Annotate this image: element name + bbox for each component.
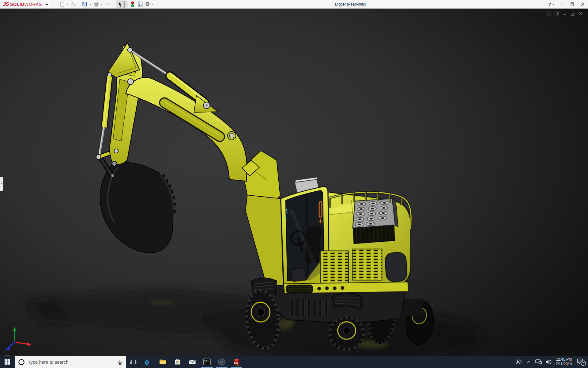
edge-icon: e <box>144 358 152 366</box>
hexagon-app-icon <box>218 358 226 366</box>
volume-button[interactable] <box>543 356 553 368</box>
taskbar-item-mail[interactable] <box>185 356 200 368</box>
new-document-button[interactable] <box>58 1 66 8</box>
save-caret[interactable]: ▾ <box>89 3 92 6</box>
action-center-icon: 2 <box>576 358 586 366</box>
orientation-triad <box>2 326 36 354</box>
quick-access-toolbar: ▾ ▾ ▾ ▾ ▾ ▾ <box>58 1 154 8</box>
close-icon <box>581 2 585 6</box>
network-icon <box>535 358 542 366</box>
microphone-icon[interactable] <box>117 359 123 365</box>
print-caret[interactable]: ▾ <box>100 3 103 6</box>
tray-expand-button[interactable] <box>524 356 533 368</box>
options-button[interactable]: ⚙ <box>145 1 150 8</box>
close-document-icon <box>579 11 583 16</box>
restore-document-button[interactable] <box>570 11 576 16</box>
select-tool-group: ▾ <box>116 1 128 8</box>
pane-right-button[interactable] <box>554 11 560 16</box>
document-window-controls <box>546 11 584 16</box>
taskbar-item-hexagon-app[interactable] <box>214 356 229 368</box>
excavator-model <box>0 8 588 368</box>
taskbar-item-solidworks[interactable]: SW2017 <box>229 356 244 368</box>
toolbar-flyout-arrow[interactable]: ▶ <box>44 0 50 8</box>
restore-document-icon <box>571 11 575 16</box>
action-center-button[interactable]: 2 <box>575 356 588 368</box>
file-properties-button[interactable] <box>137 1 144 8</box>
close-button[interactable] <box>578 0 588 8</box>
brand-text: SOLIDWORKS <box>10 2 42 7</box>
svg-text:2017: 2017 <box>236 364 241 366</box>
side-grille-right <box>353 249 382 280</box>
undo-caret[interactable]: ▾ <box>111 3 115 6</box>
screen: 3S SOLIDWORKS ▶ ▾ ▾ ▾ ▾ ▾ <box>0 0 588 368</box>
taskbar-item-file-explorer[interactable] <box>156 356 170 368</box>
solidworks-logo-icon: 3S <box>3 1 9 7</box>
titlebar: 3S SOLIDWORKS ▶ ▾ ▾ ▾ ▾ ▾ <box>0 0 588 9</box>
open-icon <box>70 1 76 7</box>
solidworks-logo: 3S SOLIDWORKS <box>0 1 44 7</box>
undo-button[interactable] <box>104 1 111 8</box>
svg-text:e: e <box>145 358 149 366</box>
help-caret: ▾ <box>552 3 555 6</box>
print-icon <box>93 1 99 7</box>
new-document-caret[interactable]: ▾ <box>66 3 69 6</box>
radiator-block <box>353 199 398 244</box>
cortana-icon <box>18 359 25 366</box>
chevron-up-icon <box>526 359 532 365</box>
minimize-document-button[interactable] <box>562 11 568 16</box>
people-button[interactable] <box>514 356 524 368</box>
rear-window <box>385 252 408 282</box>
windows-logo-icon <box>4 359 10 365</box>
clock-date: 7/11/2018 <box>556 362 572 366</box>
clock[interactable]: 12:45 PM 7/11/2018 <box>553 356 575 368</box>
print-button[interactable] <box>92 1 100 8</box>
help-button[interactable]: ?▾ <box>547 2 557 7</box>
people-icon <box>515 358 522 366</box>
cab-lower-panel <box>291 268 306 282</box>
file-properties-icon <box>138 1 143 7</box>
volume-icon <box>545 358 552 366</box>
solidworks-app-icon: SW2017 <box>232 358 241 366</box>
clock-time: 12:45 PM <box>556 357 572 362</box>
side-grille-left <box>320 251 349 283</box>
pane-left-icon <box>546 11 552 16</box>
svg-text:2: 2 <box>582 361 584 365</box>
minimize-button[interactable] <box>557 0 567 8</box>
svg-text:SW: SW <box>234 361 238 364</box>
minimize-icon <box>560 2 564 6</box>
start-button[interactable] <box>0 356 15 368</box>
select-tool-caret[interactable]: ▾ <box>125 1 128 8</box>
network-button[interactable] <box>533 356 543 368</box>
open-caret[interactable]: ▾ <box>77 3 81 6</box>
taskbar-item-terminal[interactable]: C:\ <box>200 356 214 368</box>
taskbar-item-edge[interactable]: e <box>141 356 156 368</box>
taskbar-item-store[interactable] <box>170 356 185 368</box>
task-view-button[interactable] <box>126 356 141 368</box>
pane-right-icon <box>554 11 560 16</box>
search-input[interactable]: Type here to search <box>15 356 126 368</box>
pane-left-button[interactable] <box>546 11 552 16</box>
select-cursor-icon <box>118 2 123 7</box>
open-button[interactable] <box>70 1 77 8</box>
featuremanager-collapsed-tab[interactable] <box>0 177 3 191</box>
graphics-area[interactable]: *Dimetric <box>0 8 588 368</box>
undo-icon <box>104 1 110 7</box>
restore-icon <box>571 2 575 6</box>
options-gear-icon: ⚙ <box>145 2 150 7</box>
window-controls: ?▾ <box>547 0 588 8</box>
front-deck <box>246 195 283 286</box>
taskbar: Type here to search e C:\ SW2017 <box>0 356 588 368</box>
restore-button[interactable] <box>567 0 578 8</box>
options-caret[interactable]: ▾ <box>151 3 154 6</box>
stoplight-button[interactable] <box>129 1 136 8</box>
search-placeholder: Type here to search <box>28 359 114 365</box>
file-explorer-icon <box>159 358 167 366</box>
mail-icon <box>188 358 196 366</box>
close-document-button[interactable] <box>578 11 584 16</box>
step-mesh <box>286 285 313 293</box>
minimize-document-icon <box>563 11 567 16</box>
terminal-icon: C:\ <box>203 358 211 366</box>
system-tray: 12:45 PM 7/11/2018 2 <box>514 356 588 368</box>
save-button[interactable] <box>81 1 88 8</box>
select-tool-button[interactable] <box>116 1 125 8</box>
